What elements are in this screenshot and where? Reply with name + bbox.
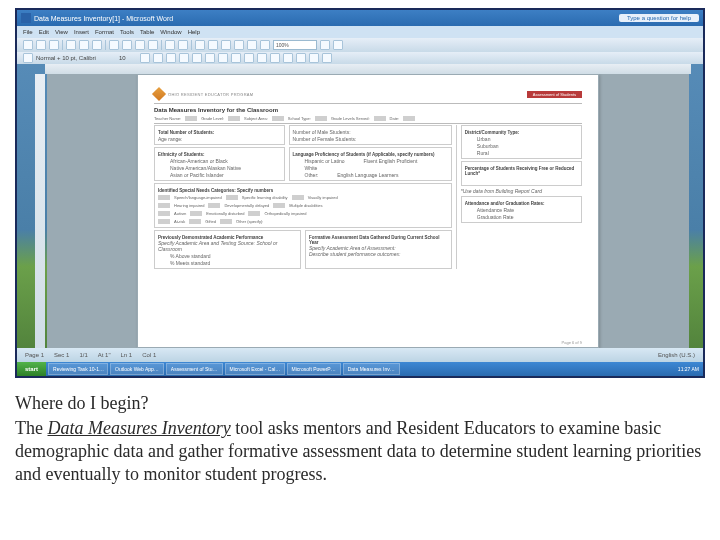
numbered-list-icon[interactable] [244, 53, 254, 63]
pane-ethnicity: Ethnicity of Students: African-American … [154, 147, 285, 181]
field-date[interactable] [403, 116, 415, 121]
align-center-icon[interactable] [192, 53, 202, 63]
drawing-icon[interactable] [247, 40, 257, 50]
show-hide-icon[interactable] [260, 40, 270, 50]
section-badge: Assessment of Students [527, 91, 582, 98]
taskbar-item-0[interactable]: Reviewing Task 10-1… [48, 363, 108, 375]
document-area[interactable]: OHIO RESIDENT EDUCATOR PROGRAM Assessmen… [47, 74, 689, 348]
bold-icon[interactable] [140, 53, 150, 63]
undo-icon[interactable] [165, 40, 175, 50]
field-spec-5[interactable] [273, 203, 285, 208]
taskbar-item-4[interactable]: Microsoft PowerP… [287, 363, 341, 375]
field-schooltype[interactable] [315, 116, 327, 121]
menu-window[interactable]: Window [160, 29, 181, 35]
decrease-indent-icon[interactable] [270, 53, 280, 63]
status-at: At 1" [98, 352, 111, 358]
help-question-box[interactable]: Type a question for help [619, 14, 699, 22]
menu-view[interactable]: View [55, 29, 68, 35]
label-eth-3: Hispanic or Latino [305, 158, 345, 164]
field-subject[interactable] [272, 116, 284, 121]
help-icon[interactable] [320, 40, 330, 50]
insert-table-icon[interactable] [221, 40, 231, 50]
field-spec-1[interactable] [226, 195, 238, 200]
vertical-ruler[interactable] [35, 74, 45, 348]
styles-pane-icon[interactable] [23, 53, 33, 63]
spellcheck-icon[interactable] [92, 40, 102, 50]
label-spec-3: Hearing impaired [174, 203, 204, 208]
field-spec-3[interactable] [158, 203, 170, 208]
menu-format[interactable]: Format [95, 29, 114, 35]
field-levels[interactable] [374, 116, 386, 121]
taskbar-item-1[interactable]: Outlook Web App… [110, 363, 164, 375]
underline-icon[interactable] [166, 53, 176, 63]
taskbar-item-3[interactable]: Microsoft Excel - Cal… [225, 363, 285, 375]
save-icon[interactable] [49, 40, 59, 50]
new-doc-icon[interactable] [23, 40, 33, 50]
menu-file[interactable]: File [23, 29, 33, 35]
menu-bar: File Edit View Insert Format Tools Table… [17, 26, 703, 38]
label-spec-7: Emotionally disturbed [206, 211, 244, 216]
pane-formative: Formative Assessment Data Gathered Durin… [305, 230, 452, 269]
page-number-footer: Page 6 of 9 [562, 340, 582, 345]
print-preview-icon[interactable] [79, 40, 89, 50]
align-right-icon[interactable] [205, 53, 215, 63]
window-title-bar[interactable]: Data Measures Inventory[1] - Microsoft W… [17, 10, 703, 26]
line-spacing-icon[interactable] [231, 53, 241, 63]
hyperlink-icon[interactable] [195, 40, 205, 50]
redo-icon[interactable] [178, 40, 188, 50]
menu-table[interactable]: Table [140, 29, 154, 35]
field-spec-7[interactable] [190, 211, 202, 216]
label-age-range: Age range: [158, 136, 182, 142]
field-spec-11[interactable] [220, 219, 232, 224]
print-icon[interactable] [66, 40, 76, 50]
font-size-dropdown[interactable]: 10 [119, 55, 137, 61]
borders-icon[interactable] [296, 53, 306, 63]
menu-edit[interactable]: Edit [39, 29, 49, 35]
field-grade[interactable] [228, 116, 240, 121]
caption-pre: The [15, 418, 47, 438]
columns-icon[interactable] [234, 40, 244, 50]
font-color-icon[interactable] [322, 53, 332, 63]
field-spec-8[interactable] [248, 211, 260, 216]
style-dropdown[interactable]: Normal + 10 pt, Calibri [36, 55, 116, 61]
field-spec-0[interactable] [158, 195, 170, 200]
copy-icon[interactable] [122, 40, 132, 50]
align-left-icon[interactable] [179, 53, 189, 63]
pane-free-lunch: Percentage of Students Receiving Free or… [461, 161, 582, 186]
format-painter-icon[interactable] [148, 40, 158, 50]
taskbar-item-2[interactable]: Assessment of Stu… [166, 363, 223, 375]
pane-district-type: District/Community Type: Urban Suburban … [461, 125, 582, 159]
field-spec-10[interactable] [189, 219, 201, 224]
menu-insert[interactable]: Insert [74, 29, 89, 35]
system-clock[interactable]: 11:27 AM [674, 366, 703, 372]
field-spec-6[interactable] [158, 211, 170, 216]
field-spec-9[interactable] [158, 219, 170, 224]
menu-help[interactable]: Help [188, 29, 200, 35]
label-spec-0: Speech/language-impaired [174, 195, 222, 200]
label-free-lunch: Percentage of Students Receiving Free or… [465, 166, 578, 176]
menu-tools[interactable]: Tools [120, 29, 134, 35]
label-spec-4: Developmentally delayed [224, 203, 269, 208]
italic-icon[interactable] [153, 53, 163, 63]
taskbar-item-5[interactable]: Data Measures Inv… [343, 363, 400, 375]
paste-icon[interactable] [135, 40, 145, 50]
read-mode-icon[interactable] [333, 40, 343, 50]
caption-question: Where do I begin? [15, 392, 705, 415]
pane-attendance-grad: Attendance and/or Graduation Rates: Atte… [461, 196, 582, 223]
increase-indent-icon[interactable] [283, 53, 293, 63]
horizontal-ruler[interactable] [45, 64, 691, 74]
tables-borders-icon[interactable] [208, 40, 218, 50]
document-page: OHIO RESIDENT EDUCATOR PROGRAM Assessmen… [137, 74, 599, 348]
label-lang-prof: Language Proficiency of Students (if App… [293, 152, 448, 157]
start-button[interactable]: start [17, 362, 46, 376]
field-teacher[interactable] [185, 116, 197, 121]
status-page: Page 1 [25, 352, 44, 358]
bulleted-list-icon[interactable] [257, 53, 267, 63]
zoom-dropdown[interactable]: 100% [273, 40, 317, 50]
open-icon[interactable] [36, 40, 46, 50]
cut-icon[interactable] [109, 40, 119, 50]
field-spec-4[interactable] [208, 203, 220, 208]
justify-icon[interactable] [218, 53, 228, 63]
highlight-icon[interactable] [309, 53, 319, 63]
field-spec-2[interactable] [292, 195, 304, 200]
